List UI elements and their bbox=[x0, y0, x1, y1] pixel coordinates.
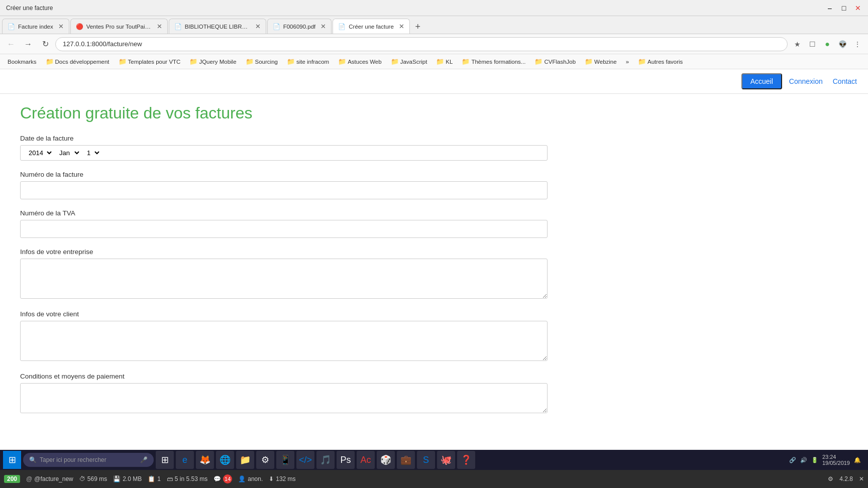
entreprise-group: Infos de votre entreprise bbox=[20, 248, 548, 300]
contact-link[interactable]: Contact bbox=[830, 76, 860, 86]
bookmark-js[interactable]: 📁 JavaScript bbox=[387, 57, 431, 66]
facture-num-input[interactable] bbox=[20, 181, 548, 199]
bookmark-docs-dev[interactable]: 📁 Docs développement bbox=[42, 57, 113, 66]
template-icon: 📋 bbox=[148, 475, 155, 482]
year-select[interactable]: 2014 2013 2015 bbox=[25, 148, 53, 158]
bookmark-themes[interactable]: 📁 Thèmes formations... bbox=[458, 57, 529, 66]
address-bar: ← → ↻ ★ ☐ ● 👽 ⋮ bbox=[0, 34, 868, 54]
invoice-form: Date de la facture 2014 2013 2015 Jan Fe… bbox=[20, 135, 548, 415]
extensions-icon[interactable]: 👽 bbox=[836, 38, 849, 51]
address-input[interactable] bbox=[55, 37, 788, 51]
bookmark-more[interactable]: » bbox=[622, 58, 632, 66]
bookmark-label: » bbox=[626, 59, 629, 65]
collections-icon[interactable]: ☐ bbox=[806, 38, 819, 51]
bookmark-astuces[interactable]: 📁 Astuces Web bbox=[335, 57, 385, 66]
skype-button[interactable]: S bbox=[417, 451, 435, 469]
memory-text: 2.0 MB bbox=[123, 475, 142, 482]
tab-facture-index[interactable]: 📄 Facture index ✕ bbox=[2, 19, 69, 34]
day-select[interactable]: 1 2 3 bbox=[83, 148, 101, 158]
bookmark-label: Templates pour VTC bbox=[128, 59, 181, 65]
bookmark-label: Bookmarks bbox=[8, 59, 37, 65]
tab-creer-facture[interactable]: 📄 Créer une facture ✕ bbox=[333, 19, 410, 34]
help-button[interactable]: ❓ bbox=[457, 451, 475, 469]
explorer-button[interactable]: 📁 bbox=[236, 451, 254, 469]
acrobat-button[interactable]: Ac bbox=[357, 451, 375, 469]
memory-icon: 💾 bbox=[113, 475, 121, 482]
app2-button[interactable]: 💼 bbox=[397, 451, 415, 469]
firefox-button[interactable]: 🦊 bbox=[196, 451, 214, 469]
tab-f006090[interactable]: 📄 F006090.pdf ✕ bbox=[267, 19, 332, 34]
bookmark-bookmarks[interactable]: Bookmarks bbox=[4, 58, 40, 66]
back-button[interactable]: ← bbox=[4, 37, 18, 51]
window-controls: – □ ✕ bbox=[824, 2, 864, 14]
refresh-button[interactable]: ↻ bbox=[38, 37, 52, 51]
user-icon[interactable]: ● bbox=[821, 38, 834, 51]
chrome-button[interactable]: 🌐 bbox=[216, 451, 234, 469]
entreprise-textarea[interactable] bbox=[20, 259, 548, 299]
settings-button[interactable]: ⚙ bbox=[256, 451, 274, 469]
forward-button[interactable]: → bbox=[21, 37, 35, 51]
tva-num-input[interactable] bbox=[20, 220, 548, 238]
http-code-badge: 200 bbox=[4, 475, 20, 483]
status-route: @ @facture_new bbox=[26, 475, 73, 482]
vscode-button[interactable]: </> bbox=[296, 451, 314, 469]
maximize-button[interactable]: □ bbox=[838, 2, 850, 14]
bookmark-kl[interactable]: 📁 KL bbox=[432, 57, 456, 66]
tab-ventes-pro[interactable]: 🔴 Ventes Pro sur ToutPaie - Comm... ✕ bbox=[70, 19, 168, 34]
conditions-textarea[interactable] bbox=[20, 383, 548, 413]
start-button[interactable]: ⊞ bbox=[3, 451, 21, 469]
bookmark-webzine[interactable]: 📁 Webzine bbox=[581, 57, 620, 66]
bookmark-label: Docs développement bbox=[55, 59, 110, 65]
tab-icon: 📄 bbox=[338, 23, 346, 30]
close-toolbar-icon[interactable]: ✕ bbox=[859, 475, 864, 482]
github-button[interactable]: 🐙 bbox=[437, 451, 455, 469]
status-user: 👤 anon. bbox=[238, 475, 263, 482]
bookmark-templates-vtc[interactable]: 📁 Templates pour VTC bbox=[115, 57, 184, 66]
date-group: Date de la facture 2014 2013 2015 Jan Fe… bbox=[20, 135, 548, 161]
vlc-button[interactable]: 🎵 bbox=[316, 451, 335, 469]
whatsapp-button[interactable]: 📱 bbox=[276, 451, 294, 469]
address-bar-icons: ★ ☐ ● 👽 ⋮ bbox=[791, 38, 864, 51]
close-button[interactable]: ✕ bbox=[852, 2, 864, 14]
taskbar-right: 🔗 🔊 🔋 23:24 19/05/2019 🔔 bbox=[789, 454, 865, 466]
bookmark-label: site infracom bbox=[296, 59, 329, 65]
bookmark-sourcing[interactable]: 📁 Sourcing bbox=[242, 57, 281, 66]
task-view-button[interactable]: ⊞ bbox=[156, 451, 174, 469]
client-textarea[interactable] bbox=[20, 321, 548, 361]
tva-num-label: Numéro de la TVA bbox=[20, 209, 548, 217]
star-icon[interactable]: ★ bbox=[791, 38, 804, 51]
tab-close-icon[interactable]: ✕ bbox=[399, 23, 404, 30]
folder-icon: 📁 bbox=[638, 58, 646, 65]
bookmark-jquery[interactable]: 📁 JQuery Mobile bbox=[186, 57, 240, 66]
bookmark-infracom[interactable]: 📁 site infracom bbox=[283, 57, 333, 66]
tab-close-icon[interactable]: ✕ bbox=[157, 23, 162, 30]
accueil-button[interactable]: Accueil bbox=[741, 73, 782, 89]
tab-bibliotheque[interactable]: 📄 BIBLIOTHEQUE LIBRE ET GRATU... ✕ bbox=[169, 19, 266, 34]
month-select[interactable]: Jan Feb Mar bbox=[55, 148, 81, 158]
network-icon: 🔗 bbox=[789, 457, 796, 463]
bookmark-cvflashjob[interactable]: 📁 CVFlashJob bbox=[531, 57, 579, 66]
tab-label: F006090.pdf bbox=[283, 24, 316, 30]
sound-icon: 🔊 bbox=[800, 457, 807, 463]
tab-label: BIBLIOTHEQUE LIBRE ET GRATU... bbox=[185, 24, 250, 30]
new-tab-button[interactable]: + bbox=[411, 20, 425, 34]
bookmark-autres[interactable]: 📁 Autres favoris bbox=[634, 57, 686, 66]
minimize-button[interactable]: – bbox=[824, 2, 836, 14]
app1-button[interactable]: 🎲 bbox=[377, 451, 395, 469]
connexion-link[interactable]: Connexion bbox=[786, 76, 826, 86]
conditions-label: Conditions et moyens de paiement bbox=[20, 373, 548, 380]
datetime: 23:24 19/05/2019 bbox=[822, 454, 850, 466]
tab-close-icon[interactable]: ✕ bbox=[320, 23, 326, 30]
template-text: 1 bbox=[157, 475, 161, 482]
tab-close-icon[interactable]: ✕ bbox=[255, 23, 261, 30]
bookmark-label: KL bbox=[446, 59, 453, 65]
edge-button[interactable]: e bbox=[176, 451, 194, 469]
date-display: 19/05/2019 bbox=[822, 460, 850, 466]
tab-close-icon[interactable]: ✕ bbox=[58, 23, 64, 30]
time-text: 569 ms bbox=[87, 475, 107, 482]
conditions-group: Conditions et moyens de paiement bbox=[20, 373, 548, 415]
photoshop-button[interactable]: Ps bbox=[337, 451, 355, 469]
menu-icon[interactable]: ⋮ bbox=[851, 38, 864, 51]
client-label: Infos de votre client bbox=[20, 310, 548, 318]
bookmark-label: Autres favoris bbox=[647, 59, 683, 65]
